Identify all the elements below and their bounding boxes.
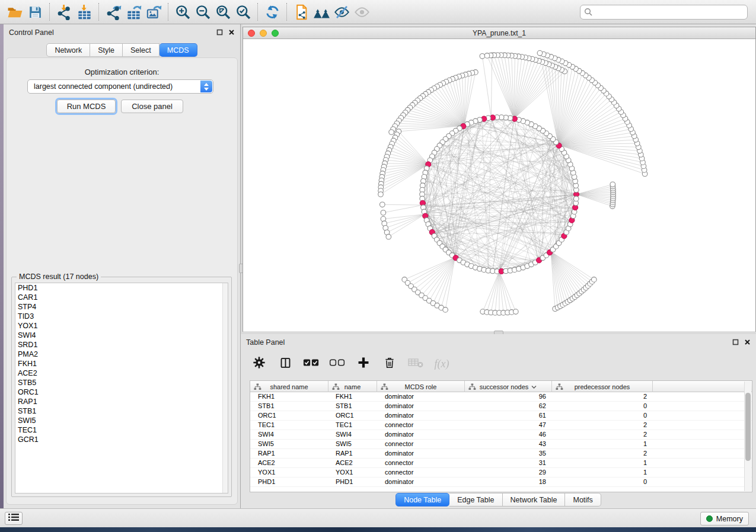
- table-options-button[interactable]: [249, 353, 269, 374]
- new-network-from-selection-button[interactable]: [291, 2, 311, 21]
- column-header-shared-name[interactable]: shared name: [250, 381, 328, 392]
- column-header-predecessor-nodes[interactable]: predecessor nodes: [552, 381, 653, 392]
- cell-shared-name: STB1: [250, 402, 328, 411]
- result-node-item[interactable]: SRD1: [15, 340, 228, 350]
- float-panel-icon[interactable]: [732, 339, 739, 345]
- result-node-item[interactable]: CAR1: [15, 293, 228, 302]
- result-node-item[interactable]: TEC1: [15, 425, 228, 435]
- open-session-button[interactable]: [5, 2, 25, 21]
- scrollbar-thumb[interactable]: [745, 393, 751, 461]
- result-list-scrollbar[interactable]: [222, 283, 228, 493]
- zoom-fit-content-button[interactable]: [213, 2, 233, 21]
- run-mcds-button[interactable]: Run MCDS: [57, 100, 116, 113]
- network-node[interactable]: [480, 54, 485, 59]
- result-node-item[interactable]: GCR1: [15, 435, 228, 444]
- table-row[interactable]: SWI5SWI5connector431: [250, 440, 752, 449]
- toolbar-separator: [98, 3, 99, 21]
- function-builder-button[interactable]: f(x): [432, 353, 452, 374]
- select-all-button[interactable]: [301, 353, 321, 374]
- table-row[interactable]: ACE2ACE2connector311: [250, 459, 752, 468]
- network-canvas[interactable]: [243, 39, 755, 331]
- network-node[interactable]: [610, 182, 615, 187]
- network-node[interactable]: [443, 307, 448, 313]
- close-panel-button[interactable]: Close panel: [121, 100, 183, 113]
- cell-predecessor-nodes: 1: [552, 468, 653, 477]
- float-panel-icon[interactable]: [216, 29, 223, 36]
- cell-name: SWI4: [328, 430, 377, 439]
- network-node[interactable]: [537, 50, 543, 56]
- result-node-item[interactable]: SWI5: [15, 416, 228, 425]
- result-node-item[interactable]: YOX1: [15, 321, 228, 331]
- tab-node-table[interactable]: Node Table: [395, 493, 449, 507]
- result-node-item[interactable]: FKH1: [15, 359, 228, 368]
- network-node[interactable]: [592, 277, 597, 283]
- export-table-button[interactable]: [123, 2, 143, 21]
- network-node[interactable]: [380, 202, 385, 207]
- tab-style[interactable]: Style: [90, 43, 123, 57]
- zoom-out-button[interactable]: [193, 2, 213, 21]
- tab-mcds[interactable]: MCDS: [160, 43, 197, 57]
- tab-network[interactable]: Network: [46, 43, 90, 57]
- zoom-selected-region-button[interactable]: [233, 2, 253, 21]
- delete-table-button[interactable]: [406, 353, 426, 374]
- result-node-item[interactable]: STB1: [15, 406, 228, 416]
- result-node-item[interactable]: TID3: [15, 312, 228, 321]
- result-node-item[interactable]: STP4: [15, 302, 228, 312]
- open-session-icon: [7, 5, 23, 20]
- zoom-in-button[interactable]: [173, 2, 193, 21]
- import-table-from-file-button[interactable]: [74, 2, 94, 21]
- import-network-from-file-button[interactable]: [54, 2, 74, 21]
- tab-motifs[interactable]: Motifs: [565, 493, 601, 507]
- tab-select[interactable]: Select: [123, 43, 160, 57]
- network-node[interactable]: [484, 53, 490, 59]
- result-node-item[interactable]: PMA2: [15, 350, 228, 359]
- table-row[interactable]: FKH1FKH1dominator962: [250, 392, 752, 402]
- show-all-button[interactable]: [352, 2, 372, 21]
- column-header-name[interactable]: name: [328, 381, 377, 392]
- result-node-item[interactable]: STB5: [15, 378, 228, 387]
- show-columns-button[interactable]: [275, 353, 295, 374]
- table-row[interactable]: PHD1PHD1dominator180: [250, 477, 752, 487]
- result-node-item[interactable]: PHD1: [15, 283, 228, 293]
- cell-successor-nodes: 96: [465, 392, 552, 401]
- refresh-view-button[interactable]: [262, 2, 282, 21]
- first-neighbors-button[interactable]: [311, 2, 331, 21]
- delete-columns-button[interactable]: [379, 353, 400, 374]
- result-node-item[interactable]: RAP1: [15, 397, 228, 406]
- close-panel-icon[interactable]: [744, 339, 751, 345]
- column-header-successor-nodes[interactable]: successor nodes: [465, 381, 552, 392]
- network-node[interactable]: [574, 196, 579, 201]
- tab-edge-table[interactable]: Edge Table: [449, 493, 502, 507]
- zoom-in-icon: [175, 4, 191, 20]
- result-node-item[interactable]: SWI4: [15, 331, 228, 340]
- result-node-item[interactable]: ACE2: [15, 368, 228, 378]
- network-node[interactable]: [513, 309, 519, 315]
- export-network-button[interactable]: [103, 2, 123, 21]
- deselect-all-button[interactable]: [327, 353, 347, 374]
- create-column-button[interactable]: [353, 353, 374, 374]
- table-row[interactable]: TEC1TEC1connector472: [250, 421, 752, 430]
- network-node[interactable]: [378, 192, 384, 197]
- memory-button[interactable]: Memory: [700, 512, 749, 525]
- network-window-titlebar[interactable]: YPA_prune.txt_1: [243, 27, 755, 39]
- result-node-item[interactable]: ORC1: [15, 387, 228, 397]
- cell-successor-nodes: 35: [465, 449, 552, 458]
- network-node[interactable]: [381, 210, 386, 216]
- search-input[interactable]: [580, 5, 748, 20]
- network-node[interactable]: [386, 234, 391, 239]
- network-node[interactable]: [389, 130, 394, 135]
- table-row[interactable]: YOX1YOX1connector291: [250, 468, 752, 477]
- close-panel-icon[interactable]: [228, 29, 235, 36]
- table-row[interactable]: ORC1ORC1dominator610: [250, 411, 752, 421]
- optimization-criterion-select[interactable]: largest connected component (undirected): [27, 79, 213, 94]
- table-row[interactable]: RAP1RAP1dominator352: [250, 449, 752, 459]
- tab-network-table[interactable]: Network Table: [503, 493, 566, 507]
- save-session-button[interactable]: [25, 2, 45, 21]
- table-row[interactable]: SWI4SWI4dominator462: [250, 430, 752, 440]
- export-image-button[interactable]: [143, 2, 164, 21]
- show-panels-list-button[interactable]: [5, 512, 23, 525]
- table-row[interactable]: STB1STB1dominator620: [250, 402, 752, 411]
- table-scrollbar[interactable]: [744, 382, 751, 491]
- hide-selected-button[interactable]: [331, 2, 352, 21]
- column-header-MCDS-role[interactable]: MCDS role: [377, 381, 465, 392]
